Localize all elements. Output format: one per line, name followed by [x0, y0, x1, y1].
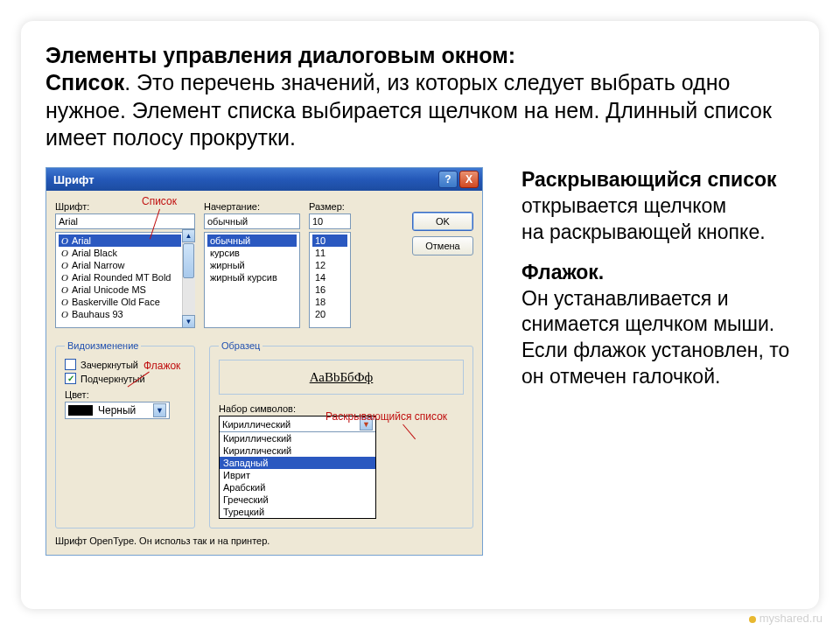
scroll-up-button[interactable]: ▲: [182, 229, 195, 242]
charset-option[interactable]: Иврит: [220, 469, 375, 481]
underline-label: Подчеркнутый: [80, 374, 145, 384]
checkbox-bold: Флажок.: [522, 261, 604, 284]
style-list-item[interactable]: жирный курсив: [207, 271, 297, 284]
size-list-item[interactable]: 10: [312, 234, 347, 247]
size-listbox[interactable]: 10111214161820: [309, 232, 351, 328]
dialog-body: Шрифт: ArialArial BlackArial NarrowArial…: [46, 191, 482, 555]
scroll-thumb[interactable]: [183, 243, 194, 278]
size-column: Размер: 10111214161820: [309, 201, 351, 328]
size-input[interactable]: [309, 214, 351, 229]
title-bar[interactable]: Шрифт ? X: [46, 168, 482, 191]
font-list-item[interactable]: Arial Unicode MS: [59, 284, 181, 296]
font-list-item[interactable]: Arial: [59, 234, 181, 247]
size-list-item[interactable]: 16: [312, 284, 347, 296]
effects-legend: Видоизменение: [65, 340, 141, 351]
chevron-down-icon[interactable]: ▼: [153, 403, 166, 417]
watermark: myshared.ru: [749, 612, 822, 625]
slide: Элементы управления диалоговым окном: Сп…: [21, 21, 819, 609]
description-heading: Элементы управления диалоговым окном:: [46, 43, 515, 67]
font-list-item[interactable]: Arial Narrow: [59, 259, 181, 271]
dropdown-bold: Раскрывающийся список: [522, 168, 777, 191]
middle-row: Видоизменение Зачеркнутый Подчеркнутый Ц…: [55, 340, 473, 528]
checkbox-text: Он устанавливается и снимается щелчком м…: [522, 287, 789, 388]
help-button[interactable]: ?: [438, 171, 458, 188]
color-select[interactable]: Черный ▼: [65, 402, 170, 419]
style-list-item[interactable]: обычный: [207, 234, 297, 247]
charset-dropdown-list[interactable]: КириллическийКириллическийЗападныйИвритА…: [220, 432, 375, 518]
dropdown-text2: на раскрывающей кнопке.: [522, 220, 766, 243]
charset-selected[interactable]: Кириллический ▼: [220, 416, 375, 432]
description-list-text: . Это перечень значений, из которых след…: [46, 70, 772, 150]
description-list-bold: Список: [46, 70, 124, 94]
font-list-item[interactable]: Baskerville Old Face: [59, 296, 181, 308]
size-list-item[interactable]: 18: [312, 296, 347, 308]
underline-checkbox[interactable]: [65, 373, 76, 384]
buttons-column: OK Отмена: [360, 201, 473, 328]
underline-row[interactable]: Подчеркнутый: [65, 373, 186, 384]
font-column: Шрифт: ArialArial BlackArial NarrowArial…: [55, 201, 195, 328]
style-list-item[interactable]: жирный: [207, 259, 297, 271]
strikethrough-row[interactable]: Зачеркнутый: [65, 359, 186, 370]
font-list-item[interactable]: Arial Rounded MT Bold: [59, 271, 181, 284]
font-input[interactable]: [55, 214, 195, 229]
chevron-down-icon[interactable]: ▼: [360, 417, 373, 430]
description-block: Элементы управления диалоговым окном: Сп…: [46, 42, 794, 151]
charset-value: Кириллический: [222, 419, 290, 430]
size-list-item[interactable]: 20: [312, 308, 347, 320]
color-swatch: [68, 405, 93, 416]
scroll-down-button[interactable]: ▼: [182, 315, 195, 328]
charset-option[interactable]: Кириллический: [220, 432, 375, 444]
style-label: Начертание:: [204, 201, 300, 212]
sample-group: Образец АаВbБбФф Набор символов: Кирилли…: [209, 340, 473, 528]
font-list-item[interactable]: Arial Black: [59, 247, 181, 259]
charset-option[interactable]: Кириллический: [220, 444, 375, 457]
cancel-button[interactable]: Отмена: [412, 236, 473, 256]
charset-option[interactable]: Турецкий: [220, 506, 375, 518]
size-label: Размер:: [309, 201, 351, 212]
color-name: Черный: [98, 404, 136, 416]
font-dialog: Шрифт ? X Шрифт: ArialArial BlackArial N…: [46, 167, 483, 556]
dialog-title: Шрифт: [53, 173, 94, 186]
charset-option[interactable]: Западный: [220, 457, 375, 469]
font-listbox[interactable]: ArialArial BlackArial NarrowArial Rounde…: [55, 232, 195, 328]
charset-combobox[interactable]: Кириллический ▼ КириллическийКириллическ…: [219, 416, 376, 519]
dialog-area: Шрифт ? X Шрифт: ArialArial BlackArial N…: [46, 167, 500, 556]
strikethrough-checkbox[interactable]: [65, 359, 76, 370]
top-row: Шрифт: ArialArial BlackArial NarrowArial…: [55, 201, 473, 328]
charset-option[interactable]: Арабский: [220, 481, 375, 494]
style-list-item[interactable]: курсив: [207, 247, 297, 259]
style-column: Начертание: обычныйкурсивжирныйжирный ку…: [204, 201, 300, 328]
charset-label: Набор символов:: [219, 403, 464, 414]
opentype-note: Шрифт OpenType. Он использ так и на прин…: [55, 536, 473, 546]
close-button[interactable]: X: [459, 171, 479, 188]
size-list-item[interactable]: 11: [312, 247, 347, 259]
font-label: Шрифт:: [55, 201, 195, 212]
size-list-item[interactable]: 14: [312, 271, 347, 284]
effects-group: Видоизменение Зачеркнутый Подчеркнутый Ц…: [55, 340, 195, 528]
style-input[interactable]: [204, 214, 300, 229]
style-listbox[interactable]: обычныйкурсивжирныйжирный курсив: [204, 232, 300, 328]
charset-option[interactable]: Греческий: [220, 494, 375, 506]
main-row: Шрифт ? X Шрифт: ArialArial BlackArial N…: [46, 167, 794, 556]
dropdown-text: открывается щелчком: [522, 194, 726, 217]
strikethrough-label: Зачеркнутый: [80, 360, 138, 370]
size-list-item[interactable]: 12: [312, 259, 347, 271]
color-label: Цвет:: [65, 389, 186, 400]
sample-preview: АаВbБбФф: [219, 360, 464, 395]
ok-button[interactable]: OK: [412, 212, 473, 231]
font-list-item[interactable]: Bauhaus 93: [59, 308, 181, 320]
sample-legend: Образец: [219, 340, 262, 351]
right-text-block: Раскрывающийся список открывается щелчко…: [522, 167, 794, 556]
